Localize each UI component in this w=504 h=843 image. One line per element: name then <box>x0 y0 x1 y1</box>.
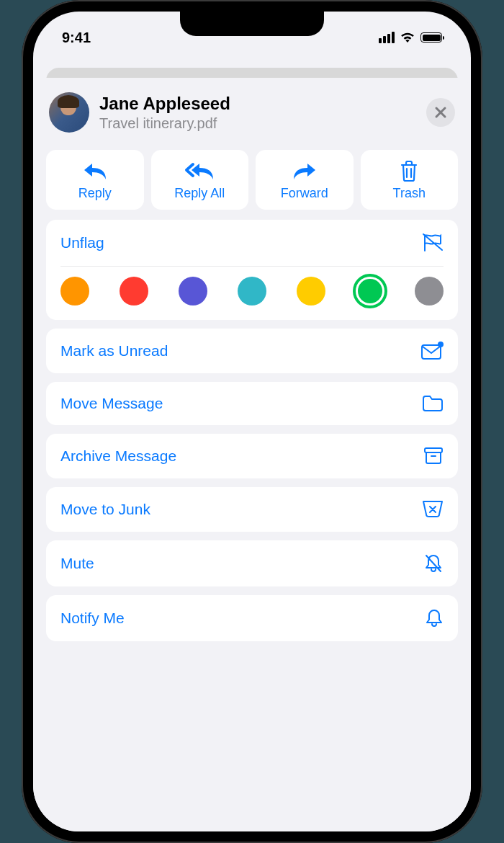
forward-label: Forward <box>281 186 328 201</box>
cellular-icon <box>379 32 395 43</box>
mute-row[interactable]: Mute <box>46 540 458 586</box>
action-sheet: Jane Appleseed Travel itinerary.pdf Repl… <box>33 78 471 831</box>
unflag-icon <box>422 233 444 253</box>
archive-label: Archive Message <box>60 447 176 465</box>
flag-color-red[interactable] <box>120 277 148 305</box>
svg-point-1 <box>438 342 444 347</box>
wifi-icon <box>400 32 415 43</box>
phone-frame: 9:41 Jane Appleseed Travel itinerary.pdf <box>22 0 482 843</box>
trash-button[interactable]: Trash <box>361 150 459 210</box>
mark-unread-card: Mark as Unread <box>46 329 458 373</box>
folder-icon <box>422 395 444 412</box>
flag-color-teal[interactable] <box>238 277 266 305</box>
screen: 9:41 Jane Appleseed Travel itinerary.pdf <box>33 12 471 831</box>
reply-all-icon <box>184 160 215 183</box>
junk-label: Move to Junk <box>60 501 150 518</box>
reply-button[interactable]: Reply <box>46 150 144 210</box>
status-time: 9:41 <box>62 30 91 46</box>
reply-label: Reply <box>78 186 112 201</box>
envelope-badge-icon <box>420 342 444 360</box>
trash-label: Trash <box>393 186 426 201</box>
flag-color-yellow[interactable] <box>297 277 325 305</box>
svg-rect-2 <box>425 448 442 452</box>
archive-row[interactable]: Archive Message <box>46 434 458 478</box>
notify-label: Notify Me <box>60 610 125 627</box>
unflag-row[interactable]: Unflag <box>46 220 458 266</box>
battery-icon <box>420 32 442 43</box>
mark-unread-label: Mark as Unread <box>60 342 168 360</box>
flag-color-gray[interactable] <box>415 277 444 305</box>
sender-name: Jane Appleseed <box>99 94 416 114</box>
reply-all-button[interactable]: Reply All <box>151 150 249 210</box>
flag-color-orange[interactable] <box>60 277 89 305</box>
archive-icon <box>423 447 444 465</box>
primary-actions: Reply Reply All Forward <box>46 150 458 210</box>
flag-color-green[interactable] <box>356 277 384 305</box>
notch <box>180 12 324 36</box>
forward-button[interactable]: Forward <box>256 150 354 210</box>
flag-colors-row <box>46 267 458 320</box>
trash-icon <box>400 160 418 183</box>
move-label: Move Message <box>60 395 163 412</box>
sheet-header: Jane Appleseed Travel itinerary.pdf <box>46 92 458 133</box>
forward-icon <box>292 160 317 183</box>
mute-card: Mute <box>46 540 458 586</box>
header-text: Jane Appleseed Travel itinerary.pdf <box>99 94 416 132</box>
close-button[interactable] <box>426 98 455 127</box>
avatar <box>49 92 89 133</box>
mark-unread-row[interactable]: Mark as Unread <box>46 329 458 373</box>
move-card: Move Message <box>46 382 458 425</box>
move-message-row[interactable]: Move Message <box>46 382 458 425</box>
email-subject: Travel itinerary.pdf <box>99 115 416 132</box>
bell-slash-icon <box>423 553 444 574</box>
mute-label: Mute <box>60 555 94 572</box>
junk-icon <box>422 500 444 519</box>
flag-color-purple[interactable] <box>179 277 207 305</box>
reply-icon <box>83 160 107 183</box>
flag-card: Unflag <box>46 220 458 320</box>
close-icon <box>434 106 447 119</box>
notify-card: Notify Me <box>46 595 458 641</box>
bell-icon <box>425 608 444 628</box>
archive-card: Archive Message <box>46 434 458 478</box>
notify-row[interactable]: Notify Me <box>46 595 458 641</box>
svg-rect-0 <box>422 345 441 359</box>
unflag-label: Unflag <box>60 234 104 251</box>
junk-row[interactable]: Move to Junk <box>46 487 458 532</box>
status-indicators <box>379 32 442 43</box>
junk-card: Move to Junk <box>46 487 458 532</box>
reply-all-label: Reply All <box>174 186 225 201</box>
